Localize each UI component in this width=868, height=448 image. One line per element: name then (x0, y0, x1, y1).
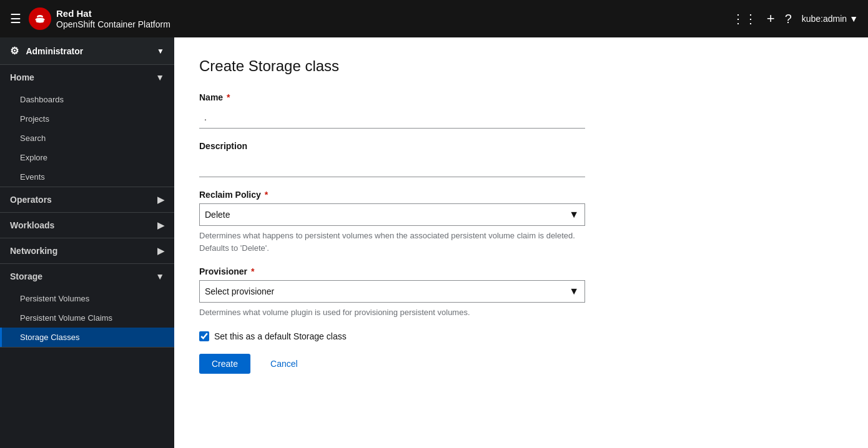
top-navigation: ☰ Red Hat OpenShift Container Platform ⋮… (0, 0, 868, 37)
form-actions: Create Cancel (199, 354, 843, 374)
sidebar-group-operators-chevron-icon: ▶ (157, 195, 164, 205)
sidebar-item-projects[interactable]: Projects (0, 109, 174, 129)
redhat-logo (29, 7, 51, 30)
gear-icon: ⚙ (10, 46, 19, 56)
default-storage-class-checkbox[interactable] (199, 331, 209, 341)
provisioner-helper: Determines what volume plugin is used fo… (199, 306, 585, 319)
sidebar-role-chevron-icon: ▼ (157, 47, 164, 56)
brand-subtitle: OpenShift Container Platform (56, 19, 170, 29)
name-field-group: Name * (199, 92, 843, 129)
sidebar-group-home: Home ▼ Dashboards Projects Search Explor… (0, 65, 174, 187)
name-label: Name * (199, 92, 843, 102)
sidebar-group-storage-header[interactable]: Storage ▼ (0, 264, 174, 289)
brand: Red Hat OpenShift Container Platform (29, 7, 170, 30)
reclaim-policy-required-star: * (262, 190, 268, 200)
sidebar-item-search[interactable]: Search (0, 129, 174, 148)
sidebar-group-networking-header[interactable]: Networking ▶ (0, 238, 174, 263)
description-field-group: Description (199, 141, 843, 177)
sidebar: ⚙ Administrator ▼ Home ▼ Dashboards Proj… (0, 37, 174, 448)
sidebar-group-home-chevron-icon: ▼ (155, 72, 164, 82)
sidebar-group-workloads: Workloads ▶ (0, 213, 174, 238)
sidebar-group-storage-chevron-icon: ▼ (155, 271, 164, 281)
reclaim-policy-select-wrapper: Delete Retain Recycle ▼ (199, 203, 585, 226)
sidebar-item-dashboards[interactable]: Dashboards (0, 90, 174, 109)
page-title: Create Storage class (199, 57, 843, 75)
sidebar-group-operators-label: Operators (10, 195, 52, 205)
sidebar-item-events[interactable]: Events (0, 167, 174, 187)
sidebar-group-workloads-label: Workloads (10, 220, 54, 230)
sidebar-group-networking: Networking ▶ (0, 238, 174, 264)
apps-grid-icon[interactable]: ⋮⋮ (732, 11, 757, 26)
create-button[interactable]: Create (199, 354, 250, 374)
reclaim-policy-field-group: Reclaim Policy * Delete Retain Recycle ▼… (199, 190, 843, 254)
reclaim-policy-label: Reclaim Policy * (199, 190, 843, 200)
sidebar-item-persistent-volumes[interactable]: Persistent Volumes (0, 289, 174, 308)
sidebar-group-operators-header[interactable]: Operators ▶ (0, 187, 174, 212)
provisioner-select[interactable]: Select provisioner (199, 280, 585, 303)
sidebar-role-selector[interactable]: ⚙ Administrator ▼ (0, 37, 174, 65)
provisioner-required-star: * (249, 266, 254, 276)
cancel-button[interactable]: Cancel (260, 354, 308, 374)
brand-name: Red Hat (56, 8, 170, 19)
help-icon[interactable]: ? (785, 12, 792, 26)
sidebar-item-storage-classes[interactable]: Storage Classes (0, 328, 174, 347)
user-menu-chevron-icon: ▼ (849, 14, 858, 24)
add-icon[interactable]: + (767, 11, 775, 27)
default-storage-class-group: Set this as a default Storage class (199, 331, 843, 341)
provisioner-field-group: Provisioner * Select provisioner ▼ Deter… (199, 266, 843, 319)
default-storage-class-label[interactable]: Set this as a default Storage class (214, 331, 347, 341)
user-name: kube:admin (802, 14, 847, 24)
reclaim-policy-select[interactable]: Delete Retain Recycle (199, 203, 585, 226)
sidebar-group-workloads-chevron-icon: ▶ (157, 220, 164, 230)
sidebar-group-home-label: Home (10, 72, 34, 82)
description-label: Description (199, 141, 843, 151)
sidebar-group-networking-label: Networking (10, 246, 57, 256)
hamburger-menu-icon[interactable]: ☰ (10, 11, 21, 26)
name-required-star: * (224, 92, 230, 102)
sidebar-role-label: Administrator (26, 46, 83, 56)
sidebar-item-explore[interactable]: Explore (0, 148, 174, 167)
provisioner-select-wrapper: Select provisioner ▼ (199, 280, 585, 303)
name-input[interactable] (199, 106, 585, 129)
sidebar-group-workloads-header[interactable]: Workloads ▶ (0, 213, 174, 238)
user-menu[interactable]: kube:admin ▼ (802, 14, 858, 24)
description-input[interactable] (199, 155, 585, 177)
sidebar-group-storage: Storage ▼ Persistent Volumes Persistent … (0, 264, 174, 348)
main-content: Create Storage class Name * Description … (174, 37, 868, 448)
sidebar-group-networking-chevron-icon: ▶ (157, 246, 164, 256)
sidebar-group-operators: Operators ▶ (0, 187, 174, 213)
sidebar-group-storage-label: Storage (10, 271, 42, 281)
provisioner-label: Provisioner * (199, 266, 843, 276)
sidebar-group-home-header[interactable]: Home ▼ (0, 65, 174, 90)
reclaim-policy-helper: Determines what happens to persistent vo… (199, 230, 585, 254)
sidebar-item-persistent-volume-claims[interactable]: Persistent Volume Claims (0, 308, 174, 328)
